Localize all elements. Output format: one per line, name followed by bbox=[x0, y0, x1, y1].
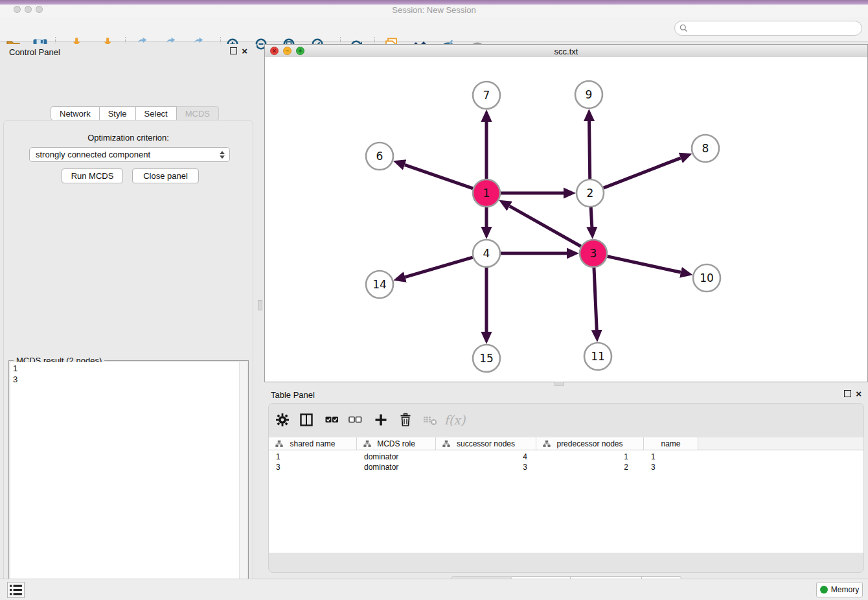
column-header-label: name bbox=[661, 439, 680, 448]
column-header-successor-nodes[interactable]: successor nodes bbox=[436, 437, 536, 450]
table-panel-title: Table Panel bbox=[271, 390, 315, 400]
criterion-value: strongly connected component bbox=[36, 150, 150, 159]
float-panel-icon[interactable] bbox=[230, 47, 237, 54]
optimization-criterion-label: Optimization criterion: bbox=[4, 133, 253, 143]
node-table[interactable]: shared nameMCDS rolesuccessor nodesprede… bbox=[269, 437, 863, 553]
graph-node-label: 7 bbox=[483, 89, 490, 102]
search-input[interactable] bbox=[691, 23, 862, 34]
graph-edge-3-11[interactable] bbox=[594, 268, 597, 330]
control-panel: Control Panel × NetworkStyleSelectMCDS O… bbox=[0, 44, 257, 575]
column-header-shared-name[interactable]: shared name bbox=[269, 437, 357, 450]
memory-label: Memory bbox=[831, 585, 859, 594]
table-settings-icon[interactable] bbox=[273, 411, 291, 429]
panel-splitter-handle[interactable] bbox=[258, 300, 262, 310]
column-header-name[interactable]: name bbox=[644, 437, 698, 450]
table-cell[interactable]: 3 bbox=[644, 462, 698, 472]
graph-edge-3-1[interactable] bbox=[510, 206, 581, 246]
graph-node-2[interactable]: 2 bbox=[577, 179, 604, 207]
graph-edge-2-3[interactable] bbox=[591, 207, 592, 227]
table-cell[interactable]: 2 bbox=[536, 462, 644, 472]
close-panel-button[interactable]: Close panel bbox=[132, 168, 199, 183]
view-splitter-handle[interactable] bbox=[554, 382, 564, 386]
graph-edge-2-9[interactable] bbox=[589, 121, 590, 179]
window-title: Session: New Session bbox=[0, 5, 868, 15]
graph-node-label: 1 bbox=[483, 187, 490, 200]
table-panel: Table Panel × f(x) shared nameMCDS roles… bbox=[264, 387, 868, 574]
graph-node-label: 8 bbox=[702, 142, 709, 155]
memory-button[interactable]: Memory bbox=[816, 582, 863, 597]
task-list-icon bbox=[8, 582, 24, 598]
graph-node-label: 15 bbox=[479, 352, 494, 365]
tab-select[interactable]: Select bbox=[136, 106, 177, 121]
graph-node-label: 11 bbox=[591, 350, 605, 363]
graph-node-9[interactable]: 9 bbox=[575, 81, 602, 108]
table-cell[interactable]: 1 bbox=[269, 452, 357, 462]
graph-node-14[interactable]: 14 bbox=[366, 271, 393, 298]
graph-node-15[interactable]: 15 bbox=[473, 345, 500, 372]
delete-columns-icon[interactable] bbox=[396, 411, 415, 429]
create-column-icon[interactable] bbox=[372, 411, 390, 429]
task-manager-button[interactable] bbox=[7, 582, 25, 598]
column-header-filler bbox=[698, 437, 863, 450]
network-window-title: scc.txt bbox=[265, 47, 867, 56]
graph-node-4[interactable]: 4 bbox=[473, 240, 500, 267]
table-cell[interactable]: 4 bbox=[436, 452, 536, 462]
function-builder-icon: f(x) bbox=[446, 411, 464, 429]
control-panel-tabs: NetworkStyleSelectMCDS bbox=[51, 106, 219, 121]
control-panel-title: Control Panel bbox=[9, 47, 60, 57]
status-bar: Memory bbox=[0, 579, 868, 600]
graph-node-label: 14 bbox=[372, 278, 387, 291]
network-window-titlebar[interactable]: × – + scc.txt bbox=[265, 45, 867, 58]
table-cell[interactable]: 3 bbox=[269, 462, 357, 472]
graph-node-1[interactable]: 1 bbox=[473, 179, 500, 207]
close-panel-icon[interactable]: × bbox=[242, 48, 247, 54]
table-panel-header-icons: × bbox=[844, 390, 862, 397]
float-panel-icon[interactable] bbox=[844, 390, 851, 397]
network-canvas[interactable]: 7968124314101511 bbox=[265, 57, 867, 382]
table-cell[interactable]: 1 bbox=[644, 452, 698, 462]
table-row[interactable]: 1dominator411 bbox=[269, 452, 863, 462]
graph-node-label: 2 bbox=[587, 187, 594, 200]
table-row[interactable]: 3dominator323 bbox=[269, 462, 863, 472]
graph-node-label: 4 bbox=[483, 247, 490, 260]
column-header-label: successor nodes bbox=[457, 439, 515, 448]
mcds-result-text[interactable]: 1 3 bbox=[10, 362, 240, 600]
run-mcds-button[interactable]: Run MCDS bbox=[62, 168, 123, 183]
graph-edge-2-8[interactable] bbox=[604, 158, 681, 188]
table-cell[interactable]: 1 bbox=[536, 452, 644, 462]
mcds-result-box: MCDS result (2 nodes) 1 3 bbox=[8, 360, 249, 600]
unselect-all-columns-icon[interactable] bbox=[346, 411, 364, 429]
search-icon bbox=[680, 24, 688, 32]
tab-mcds[interactable]: MCDS bbox=[177, 106, 219, 121]
graph-edge-3-10[interactable] bbox=[607, 257, 680, 273]
table-cell[interactable]: dominator bbox=[357, 462, 436, 472]
column-header-label: MCDS role bbox=[377, 439, 415, 448]
mcds-tab-content: Optimization criterion: strongly connect… bbox=[3, 120, 253, 600]
network-graph: 7968124314101511 bbox=[265, 57, 867, 382]
table-header-row: shared nameMCDS rolesuccessor nodesprede… bbox=[269, 437, 863, 450]
tab-network[interactable]: Network bbox=[51, 106, 100, 121]
column-header-predecessor-nodes[interactable]: predecessor nodes bbox=[536, 437, 644, 450]
table-cell[interactable]: dominator bbox=[357, 452, 436, 462]
select-all-columns-icon[interactable] bbox=[323, 411, 341, 429]
tab-style[interactable]: Style bbox=[100, 106, 136, 121]
search-box[interactable] bbox=[674, 21, 862, 36]
graph-node-8[interactable]: 8 bbox=[692, 135, 719, 162]
close-panel-icon[interactable]: × bbox=[856, 391, 862, 397]
graph-node-6[interactable]: 6 bbox=[366, 143, 393, 170]
graph-node-11[interactable]: 11 bbox=[584, 343, 611, 370]
graph-edge-1-6[interactable] bbox=[405, 165, 473, 188]
graph-node-3[interactable]: 3 bbox=[580, 240, 607, 267]
column-header-MCDS-role[interactable]: MCDS role bbox=[357, 437, 436, 450]
table-cell[interactable]: 3 bbox=[436, 462, 536, 472]
graph-node-7[interactable]: 7 bbox=[473, 82, 500, 109]
show-columns-icon[interactable] bbox=[297, 411, 315, 429]
mcds-result-scrollbar[interactable] bbox=[239, 362, 247, 600]
criterion-select[interactable]: strongly connected component bbox=[29, 147, 230, 162]
control-panel-header-icons: × bbox=[230, 47, 247, 54]
memory-status-icon bbox=[820, 586, 828, 594]
delete-table-icon bbox=[421, 411, 439, 429]
graph-node-10[interactable]: 10 bbox=[693, 264, 720, 292]
select-spinner-icon bbox=[220, 151, 225, 159]
graph-edge-4-14[interactable] bbox=[405, 257, 473, 277]
